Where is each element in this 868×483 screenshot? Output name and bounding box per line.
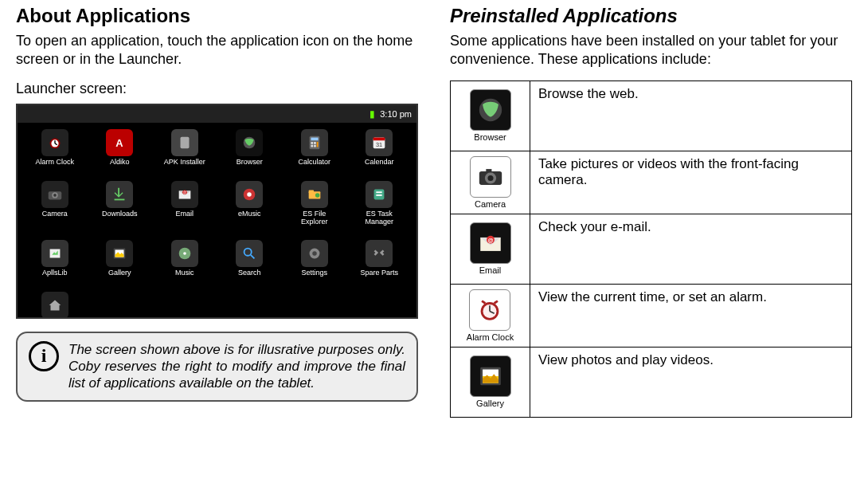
es-task-manager-icon (366, 181, 393, 208)
svg-rect-10 (311, 145, 313, 147)
right-column: Preinstalled Applications Some applicati… (434, 5, 860, 478)
svg-text:@: @ (182, 190, 186, 194)
app-spare-parts: Spare Parts (350, 240, 409, 277)
table-row: Gallery View photos and play videos. (451, 347, 852, 417)
launcher-label: Launcher screen: (16, 80, 418, 97)
apllslib-icon (41, 240, 68, 267)
about-heading: About Applications (16, 5, 418, 27)
left-column: About Applications To open an applicatio… (8, 5, 434, 478)
downloads-icon (106, 181, 133, 208)
svg-point-35 (244, 249, 252, 256)
browser-desc: Browse the web. (530, 80, 852, 151)
svg-point-26 (315, 193, 320, 198)
apk-installer-icon (171, 129, 198, 156)
email-icon: @ (171, 181, 198, 208)
info-note-box: i The screen shown above is for illusrat… (16, 332, 418, 402)
gallery-desc: View photos and play videos. (530, 347, 852, 417)
app-gallery: Gallery (91, 240, 150, 277)
svg-point-34 (183, 253, 186, 256)
svg-point-17 (53, 194, 57, 197)
svg-rect-28 (377, 191, 382, 193)
table-row: Browser Browse the web. (451, 80, 852, 151)
svg-rect-25 (308, 190, 313, 193)
svg-rect-7 (311, 142, 313, 144)
svg-rect-29 (377, 194, 382, 196)
svg-rect-8 (314, 142, 316, 144)
svg-rect-6 (311, 137, 318, 140)
alarm-desc: View the current time, or set an alarm. (530, 284, 852, 347)
app-settings: Settings (285, 240, 344, 277)
emusic-icon (236, 181, 263, 208)
spare-parts-icon (366, 240, 393, 267)
table-row: Camera Take pictures or videos with the … (451, 151, 852, 214)
email-app-icon: @ (470, 222, 511, 264)
svg-point-23 (248, 192, 252, 197)
app-calculator: Calculator (285, 129, 344, 167)
table-row: Alarm Clock View the current time, or se… (451, 284, 852, 347)
camera-icon (41, 181, 68, 208)
svg-point-37 (312, 252, 317, 257)
calculator-icon (301, 129, 328, 156)
aldiko-icon: A (106, 129, 133, 156)
svg-text:31: 31 (376, 140, 382, 147)
app-downloads: Downloads (91, 181, 150, 226)
app-grid: Alarm Clock AAldiko APK Installer Browse… (25, 129, 409, 319)
gallery-icon (106, 240, 133, 267)
app-alarm-clock: Alarm Clock (25, 129, 84, 167)
launcher-screenshot: ▮ 3:10 pm Alarm Clock AAldiko APK Instal… (16, 104, 418, 319)
svg-text:A: A (116, 136, 123, 148)
app-browser: Browser (221, 129, 280, 167)
battery-icon: ▮ (369, 108, 375, 120)
svg-rect-18 (115, 198, 125, 200)
preinstalled-table: Browser Browse the web. Camera Take pict… (450, 80, 852, 418)
alarm-clock-icon (41, 129, 68, 156)
svg-rect-11 (314, 145, 316, 147)
app-home (25, 292, 84, 318)
about-intro: To open an application, touch the applic… (16, 32, 418, 69)
camera-app-icon (470, 156, 511, 198)
settings-icon (301, 240, 328, 267)
app-camera: Camera (25, 181, 84, 226)
status-time: 3:10 pm (380, 109, 412, 119)
app-calendar: 31Calendar (350, 129, 409, 167)
app-email: @Email (155, 181, 214, 226)
app-es-file-explorer: ES File Explorer (285, 181, 344, 226)
preinstalled-intro: Some applications have been installed on… (450, 32, 852, 69)
table-row: @ Email Check your e-mail. (451, 214, 852, 284)
app-apllslib: ApllsLib (25, 240, 84, 277)
music-icon (171, 240, 198, 267)
browser-icon (236, 129, 263, 156)
app-aldiko: AAldiko (91, 129, 150, 167)
svg-point-41 (487, 175, 493, 181)
info-note-text: The screen shown above is for illusrativ… (68, 341, 405, 392)
svg-rect-3 (180, 136, 189, 148)
preinstalled-heading: Preinstalled Applications (450, 5, 852, 27)
camera-desc: Take pictures or videos with the front-f… (530, 151, 852, 214)
gallery-app-icon (470, 355, 511, 397)
alarm-clock-app-icon (469, 289, 510, 331)
svg-rect-9 (317, 142, 319, 147)
svg-rect-42 (486, 169, 491, 172)
calendar-icon: 31 (366, 129, 393, 156)
info-icon: i (29, 341, 59, 371)
browser-app-icon (470, 89, 511, 131)
search-icon (236, 240, 263, 267)
app-music: Music (155, 240, 214, 277)
app-emusic: eMusic (221, 181, 280, 226)
home-icon (41, 292, 68, 318)
app-es-task-manager: ES Task Manager (350, 181, 409, 226)
svg-text:@: @ (487, 238, 493, 244)
es-file-explorer-icon (301, 181, 328, 208)
email-desc: Check your e-mail. (530, 214, 852, 284)
app-search: Search (221, 240, 280, 277)
status-bar: ▮ 3:10 pm (18, 105, 416, 123)
app-apk-installer: APK Installer (155, 129, 214, 167)
